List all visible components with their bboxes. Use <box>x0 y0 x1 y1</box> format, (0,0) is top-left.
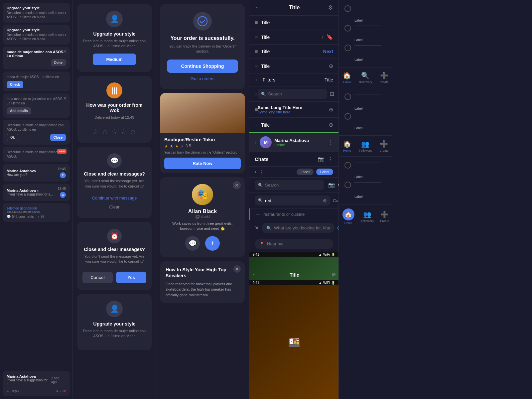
msg-badge-1: 2 <box>60 172 66 178</box>
close-article-button[interactable]: ✕ <box>233 265 241 273</box>
upgrade-subtitle-2: Descubre la moda de mujer online con ASO… <box>82 329 146 339</box>
filter-icon[interactable]: ⊟ <box>330 91 334 97</box>
nav-bottom-item-create-3[interactable]: ➕ Create <box>380 210 389 223</box>
nav-bottom-item-home-2[interactable]: 🏠 Home <box>343 140 351 152</box>
camera-icon-chats[interactable]: 📷 <box>318 156 325 162</box>
message-profile-button[interactable]: 💬 <box>185 236 200 251</box>
create-icon-2: ➕ <box>380 140 388 148</box>
notif-subtitle-6: Descubre la moda de mujer online con ASO… <box>7 123 66 132</box>
close-profile-button[interactable]: ✕ <box>233 181 241 189</box>
success-subtitle: You can track the delivery in the "Order… <box>167 44 238 54</box>
near-me-row: 📍 <box>249 236 338 252</box>
nav-bottom-item-followers-3[interactable]: 👥 Followers <box>361 210 374 223</box>
geo-coords: 88534343,569349,53955 <box>7 210 66 213</box>
rate-now-button[interactable]: Rate Now <box>164 158 241 169</box>
nav-bottom-item-create-1[interactable]: ➕ Create <box>380 71 389 84</box>
search-input-3[interactable] <box>265 198 321 203</box>
back-img-icon[interactable]: ← <box>252 272 257 278</box>
search-input-2[interactable] <box>265 183 321 188</box>
search-row-3: 🔍 ⊗ Cancel <box>249 193 338 208</box>
plus-icon-bottom[interactable]: ⊕ <box>329 122 333 128</box>
plus-icon-r4[interactable]: ⊕ <box>329 63 333 69</box>
continue-shopping-button[interactable]: Continue Shopping <box>167 60 238 73</box>
notif-title-2: Upgrade your style <box>7 28 66 32</box>
close-button[interactable]: Close <box>50 134 66 141</box>
next-button[interactable]: Next <box>323 49 333 54</box>
nav-bottom-item-create-2[interactable]: ➕ Create <box>379 140 388 152</box>
compose-input-row: ← <box>249 208 338 220</box>
close-icon-3[interactable]: ✕ <box>63 49 66 54</box>
ok-button[interactable]: Ok <box>7 134 18 141</box>
heart-icon: ♥ <box>56 389 58 393</box>
star-f3: ★ <box>175 144 179 149</box>
radio-circle-2-2[interactable] <box>344 113 351 120</box>
compose-back-arrow[interactable]: ← <box>255 211 261 217</box>
star-1[interactable]: ☆ <box>92 127 99 136</box>
clear-button[interactable]: Clear <box>109 202 119 211</box>
more-icon[interactable]: ⋮ <box>327 139 333 146</box>
check-button[interactable]: Check <box>7 81 23 88</box>
nav-bottom-item-discovery-1[interactable]: 🔍 Discovery <box>359 71 372 84</box>
radio-circle-1-3[interactable] <box>344 45 351 51</box>
star-4[interactable]: ☆ <box>120 127 127 136</box>
clock-icon: ⏰ <box>107 229 122 243</box>
bookmark-icon-r2[interactable]: 🔖 <box>327 34 333 40</box>
nav-bottom-item-home-1[interactable]: 🏠 Home <box>343 71 351 84</box>
radio-label-3-1: Label <box>354 175 387 179</box>
radio-group-1: Label Label Label <box>339 0 392 67</box>
star-5[interactable]: ☆ <box>130 127 136 136</box>
radio-circle-1-2[interactable] <box>344 25 351 32</box>
share-icon-r2[interactable]: ↑ <box>321 34 324 40</box>
gear-icon[interactable]: ⚙ <box>328 4 333 11</box>
reply-button[interactable]: ↩ Reply <box>7 389 19 393</box>
radio-item-2-2 <box>344 113 387 120</box>
done-button[interactable]: Done <box>51 59 66 66</box>
add-img-icon[interactable]: ⊕ <box>332 271 336 278</box>
radio-label-1-3: Label <box>354 58 387 62</box>
radio-circle-3-2[interactable] <box>344 182 351 188</box>
arrow-icon-2[interactable]: › <box>65 32 66 37</box>
radio-circle-3-1[interactable] <box>344 162 351 169</box>
radio-circle-2-1[interactable] <box>344 93 351 100</box>
go-to-orders-button[interactable]: Go to orders <box>191 76 214 81</box>
more-icon-chats[interactable]: ⋮ <box>328 156 333 162</box>
search-input[interactable] <box>268 91 324 96</box>
star-2[interactable]: ☆ <box>102 127 108 136</box>
plus-icon-lt[interactable]: ⊕ <box>329 106 333 113</box>
chat-name: Marina Astahova <box>274 138 309 143</box>
notif-subtitle-5: re la moda de mujer online con ASOS. Lo … <box>7 97 66 105</box>
column-3: Your order is sucessfully. You can track… <box>156 0 249 399</box>
chat-back-icon[interactable]: ‹ <box>255 139 256 145</box>
compose-back-icon[interactable]: ‹ <box>255 169 256 175</box>
continue-with-message-button[interactable]: Continue with message <box>92 194 137 202</box>
clear-search-icon[interactable]: ⊗ <box>323 198 327 203</box>
compose-input-field[interactable] <box>263 212 333 217</box>
radio-circle-1-1[interactable] <box>344 5 351 12</box>
near-me-input[interactable] <box>267 241 329 246</box>
medium-button[interactable]: Medium <box>93 54 136 65</box>
status-time-1: 9:41 <box>253 253 259 256</box>
new-badge: NEW <box>57 149 66 154</box>
cancel-button[interactable]: Cancel <box>82 272 113 283</box>
profile-actions: 💬 + <box>185 236 220 251</box>
arrow-icon-1[interactable]: › <box>65 10 66 15</box>
star-3[interactable]: ☆ <box>111 127 118 136</box>
close-icon-5[interactable]: ✕ <box>63 96 66 101</box>
add-details-button[interactable]: Add details <box>7 107 31 114</box>
notif-title-1: Upgrade your style <box>7 6 66 10</box>
nav-bottom-item-home-3[interactable]: 🏠 Home <box>342 208 354 225</box>
img-card-2: 🍱 <box>249 285 338 399</box>
add-profile-button[interactable]: + <box>205 236 220 251</box>
filter-back-icon[interactable]: ← <box>255 77 260 83</box>
geo-label: selected geoposition <box>7 206 66 210</box>
compose-more-icon[interactable]: ⋮ <box>259 169 264 175</box>
close-search-button[interactable]: ✕ <box>255 225 259 231</box>
search-bar-input[interactable] <box>274 225 330 230</box>
yes-button[interactable]: Yes <box>116 272 146 283</box>
cancel-search-button[interactable]: Cancel <box>333 198 339 203</box>
camera-icon-row[interactable]: 📷 <box>328 182 335 188</box>
like-button[interactable]: ♥ 2.3k <box>56 389 66 393</box>
back-icon[interactable]: ← <box>255 4 261 11</box>
nav-bottom-item-followers-2[interactable]: 👥 Followers <box>359 140 372 152</box>
discovery-label-1: Discovery <box>359 80 372 84</box>
